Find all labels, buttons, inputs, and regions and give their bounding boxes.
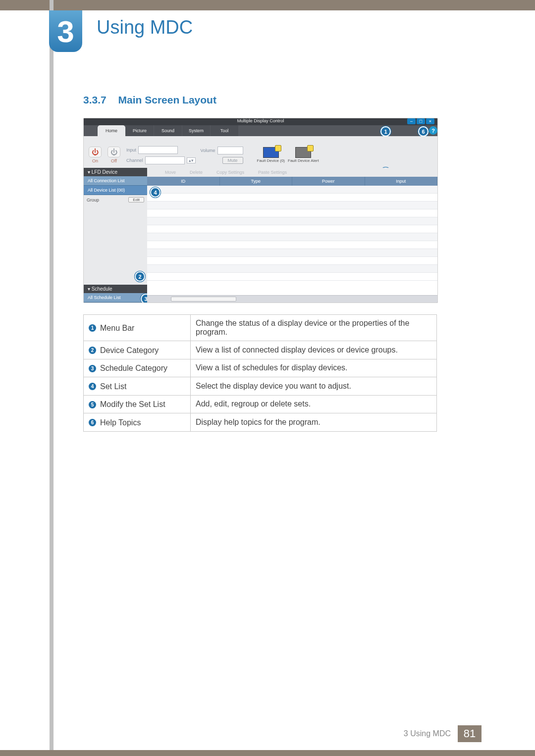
chapter-title: Using MDC — [97, 17, 193, 38]
horizontal-scrollbar[interactable] — [147, 295, 437, 302]
annotation-2: 2 — [135, 271, 145, 282]
move-button[interactable]: Move — [165, 170, 176, 175]
tab-tool[interactable]: Tool — [211, 125, 238, 136]
set-list-button-row: Move Delete Copy Settings Paste Settings — [147, 168, 437, 177]
table-row: 5Modify the Set List Add, edit, regroup … — [84, 395, 437, 413]
group-row: Group Edit — [84, 195, 147, 204]
legend-label: Device Category — [100, 346, 159, 355]
table-row: 2Device Category View a list of connecte… — [84, 341, 437, 359]
all-schedule-list[interactable]: All Schedule List 3 — [84, 293, 147, 302]
channel-spinner[interactable]: ▴▾ — [187, 157, 196, 163]
all-connection-list[interactable]: All Connection List — [84, 176, 147, 186]
col-id[interactable]: ID — [147, 177, 220, 186]
side-panel: ▾ LFD Device All Connection List All Dev… — [84, 168, 147, 302]
power-on-button[interactable]: ⏻On — [88, 147, 103, 163]
chapter-badge: 3 — [49, 10, 82, 52]
table-row: 6Help Topics Display help topics for the… — [84, 413, 437, 432]
page-number: 81 — [458, 725, 482, 742]
input-label: Input — [126, 148, 136, 152]
page-bottom-bar — [0, 750, 535, 756]
maximize-button[interactable]: □ — [417, 118, 425, 124]
legend-label: Set List — [100, 382, 126, 391]
tab-home[interactable]: Home — [98, 125, 125, 136]
grid-column-header: ID Type Power Input — [147, 177, 437, 186]
legend-label: Modify the Set List — [100, 400, 165, 409]
col-power[interactable]: Power — [292, 177, 365, 186]
window-title: Multiple Display Control — [237, 118, 284, 123]
page-footer: 3 Using MDC 81 — [404, 725, 482, 742]
all-device-list[interactable]: All Device List (00) — [84, 186, 147, 195]
legend-desc: Add, edit, regroup or delete sets. — [191, 395, 437, 413]
channel-label: Channel — [126, 158, 143, 163]
legend-label: Schedule Category — [100, 364, 167, 373]
tab-sound[interactable]: Sound — [154, 125, 182, 136]
minimize-button[interactable]: – — [407, 118, 416, 124]
volume-label: Volume — [201, 148, 215, 153]
section-number: 3.3.7 — [83, 94, 107, 105]
annotation-4: 4 — [150, 187, 160, 198]
legend-label: Help Topics — [100, 418, 141, 427]
legend-desc: Display help topics for the program. — [191, 413, 437, 432]
table-row: 3Schedule Category View a list of schedu… — [84, 359, 437, 377]
fault-device-alert[interactable]: Fault Device Alert — [288, 147, 319, 163]
fault-device-count[interactable]: Fault Device (0) — [257, 147, 285, 163]
menu-bar: Home Picture Sound System Tool 1 6 ? — [84, 125, 437, 136]
edit-button[interactable]: Edit — [128, 197, 144, 202]
schedule-header[interactable]: ▾ Schedule — [84, 285, 147, 293]
legend-desc: View a list of schedules for display dev… — [191, 359, 437, 377]
annotation-1: 1 — [380, 126, 391, 137]
close-button[interactable]: × — [426, 118, 434, 124]
table-row: 1Menu Bar Change the status of a display… — [84, 315, 437, 341]
col-input[interactable]: Input — [365, 177, 438, 186]
paste-settings-button[interactable]: Paste Settings — [258, 170, 287, 175]
power-off-button[interactable]: ⏻Off — [107, 147, 121, 163]
help-icon[interactable]: ? — [429, 126, 437, 135]
grid-rows[interactable]: 4 — [147, 186, 437, 295]
legend-desc: View a list of connected display devices… — [191, 341, 437, 359]
group-label: Group — [87, 198, 99, 202]
tab-picture[interactable]: Picture — [126, 125, 154, 136]
page-left-stripe — [50, 0, 54, 756]
volume-field[interactable] — [217, 147, 243, 154]
section-title: Main Screen Layout — [118, 94, 216, 105]
legend-table: 1Menu Bar Change the status of a display… — [83, 314, 437, 432]
legend-desc: Change the status of a display device or… — [191, 315, 437, 341]
lfd-header[interactable]: ▾ LFD Device — [84, 168, 147, 176]
annotation-6: 6 — [418, 126, 428, 137]
table-row: 4Set List Select the display device you … — [84, 377, 437, 396]
delete-button[interactable]: Delete — [190, 170, 203, 175]
main-content: ▾ LFD Device All Connection List All Dev… — [84, 168, 437, 302]
page-top-bar — [0, 0, 535, 10]
input-combo[interactable] — [138, 146, 178, 154]
section-heading: 3.3.7 Main Screen Layout — [83, 94, 216, 106]
legend-desc: Select the display device you want to ad… — [191, 377, 437, 396]
window-titlebar: Multiple Display Control – □ × — [84, 118, 437, 125]
channel-combo[interactable] — [145, 156, 185, 164]
tab-system[interactable]: System — [182, 125, 210, 136]
footer-label: 3 Using MDC — [404, 729, 451, 738]
legend-label: Menu Bar — [100, 324, 134, 333]
mute-button[interactable]: Mute — [222, 157, 243, 164]
screenshot-figure: Multiple Display Control – □ × Home Pict… — [83, 118, 438, 303]
col-type[interactable]: Type — [220, 177, 293, 186]
copy-settings-button[interactable]: Copy Settings — [216, 170, 244, 175]
grid-area: Move Delete Copy Settings Paste Settings… — [147, 168, 437, 302]
